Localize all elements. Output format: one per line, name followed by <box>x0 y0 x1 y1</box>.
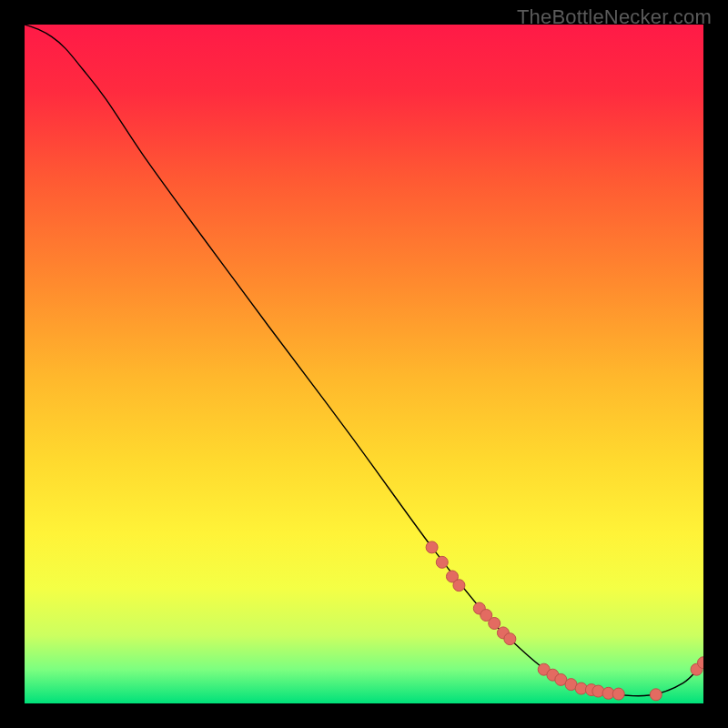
highlight-point <box>489 617 500 629</box>
highlight-point <box>436 556 448 568</box>
highlight-point <box>426 541 438 553</box>
chart-stage: TheBottleNecker.com <box>0 0 728 728</box>
highlight-point <box>504 633 516 645</box>
highlight-point <box>592 685 604 697</box>
gradient-background <box>25 25 703 703</box>
highlight-point <box>453 580 465 592</box>
highlight-point <box>650 689 662 701</box>
chart-svg <box>25 25 703 703</box>
highlight-point <box>612 688 624 700</box>
plot-area <box>25 25 703 703</box>
